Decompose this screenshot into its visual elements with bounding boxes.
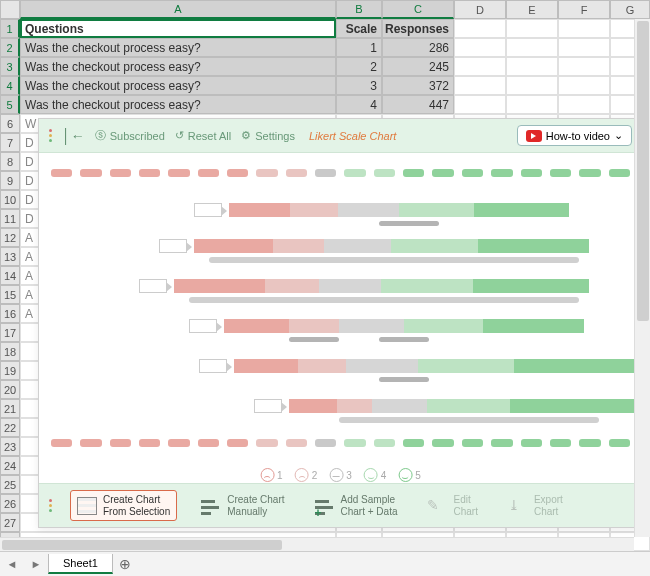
- row-header-8[interactable]: 8: [0, 152, 20, 171]
- row-header-23[interactable]: 23: [0, 437, 20, 456]
- howto-video-button[interactable]: How-to video ⌄: [517, 125, 632, 146]
- row-header-14[interactable]: 14: [0, 266, 20, 285]
- chart-subbar: [379, 337, 429, 342]
- chart-label-box: [194, 203, 222, 217]
- cell-F4[interactable]: [558, 76, 610, 95]
- drag-handle-icon[interactable]: [49, 129, 52, 142]
- cell-E1[interactable]: [506, 19, 558, 38]
- row-header-15[interactable]: 15: [0, 285, 20, 304]
- addin-title: Likert Scale Chart: [309, 130, 396, 142]
- cell-C3[interactable]: 245: [382, 57, 454, 76]
- col-header-B[interactable]: B: [336, 0, 382, 19]
- row-header-10[interactable]: 10: [0, 190, 20, 209]
- add-sheet-button[interactable]: ⊕: [113, 552, 137, 576]
- cell-E3[interactable]: [506, 57, 558, 76]
- cell-E5[interactable]: [506, 95, 558, 114]
- row-header-6[interactable]: 6: [0, 114, 20, 133]
- row-header-4[interactable]: 4: [0, 76, 20, 95]
- row-header-2[interactable]: 2: [0, 38, 20, 57]
- cell-B3[interactable]: 2: [336, 57, 382, 76]
- scrollbar-thumb[interactable]: [637, 21, 649, 321]
- row-header-1[interactable]: 1: [0, 19, 20, 38]
- row-header-27[interactable]: 27: [0, 513, 20, 532]
- cell-D4[interactable]: [454, 76, 506, 95]
- col-header-G[interactable]: G: [610, 0, 650, 19]
- chart-bar-row: [229, 203, 569, 217]
- sheet-tab[interactable]: Sheet1: [48, 554, 113, 574]
- reset-button[interactable]: ↺Reset All: [175, 129, 231, 142]
- row-header-20[interactable]: 20: [0, 380, 20, 399]
- cell-D3[interactable]: [454, 57, 506, 76]
- cell-B5[interactable]: 4: [336, 95, 382, 114]
- row-header-9[interactable]: 9: [0, 171, 20, 190]
- chart-subbar: [289, 337, 339, 342]
- row-header-24[interactable]: 24: [0, 456, 20, 475]
- likert-preview-chart: 1 2 3 4 5: [39, 153, 642, 488]
- cell-A5[interactable]: Was the checkout process easy?: [20, 95, 336, 114]
- cell-F3[interactable]: [558, 57, 610, 76]
- col-header-E[interactable]: E: [506, 0, 558, 19]
- btn-label: Create Chart: [103, 494, 170, 506]
- back-arrow-icon[interactable]: │←: [62, 128, 85, 144]
- row-header-25[interactable]: 25: [0, 475, 20, 494]
- row-header-18[interactable]: 18: [0, 342, 20, 361]
- col-header-A[interactable]: A: [20, 0, 336, 19]
- tab-nav-prev[interactable]: ◄: [0, 558, 24, 570]
- row-header-16[interactable]: 16: [0, 304, 20, 323]
- dollar-icon: ⓢ: [95, 128, 106, 143]
- drag-handle-icon[interactable]: [49, 499, 52, 512]
- create-chart-manually-button[interactable]: Create ChartManually: [195, 491, 290, 520]
- sheet-tab-bar: ◄ ► Sheet1 ⊕: [0, 551, 650, 576]
- chart-label-box: [199, 359, 227, 373]
- cell-C1[interactable]: Responses: [382, 19, 454, 38]
- cell-F2[interactable]: [558, 38, 610, 57]
- row-header-7[interactable]: 7: [0, 133, 20, 152]
- row-header-19[interactable]: 19: [0, 361, 20, 380]
- row-header-22[interactable]: 22: [0, 418, 20, 437]
- row-header-26[interactable]: 26: [0, 494, 20, 513]
- cell-D2[interactable]: [454, 38, 506, 57]
- cell-B2[interactable]: 1: [336, 38, 382, 57]
- legend-label-2: 2: [312, 470, 318, 481]
- row-header-17[interactable]: 17: [0, 323, 20, 342]
- cell-F1[interactable]: [558, 19, 610, 38]
- cell-B4[interactable]: 3: [336, 76, 382, 95]
- cell-C4[interactable]: 372: [382, 76, 454, 95]
- cell-A3[interactable]: Was the checkout process easy?: [20, 57, 336, 76]
- cell-D1[interactable]: [454, 19, 506, 38]
- cell-C5[interactable]: 447: [382, 95, 454, 114]
- cell-A2[interactable]: Was the checkout process easy?: [20, 38, 336, 57]
- btn-label: Create Chart: [227, 494, 284, 506]
- cell-A1[interactable]: Questions: [20, 19, 336, 38]
- select-all-corner[interactable]: [0, 0, 20, 19]
- scrollbar-thumb[interactable]: [2, 540, 282, 550]
- reset-icon: ↺: [175, 129, 184, 142]
- row-header-3[interactable]: 3: [0, 57, 20, 76]
- col-header-D[interactable]: D: [454, 0, 506, 19]
- cell-E4[interactable]: [506, 76, 558, 95]
- col-header-F[interactable]: F: [558, 0, 610, 19]
- row-header-21[interactable]: 21: [0, 399, 20, 418]
- cell-A4[interactable]: Was the checkout process easy?: [20, 76, 336, 95]
- cell-E2[interactable]: [506, 38, 558, 57]
- add-sample-chart-button[interactable]: Add SampleChart + Data: [309, 491, 404, 520]
- row-header-11[interactable]: 11: [0, 209, 20, 228]
- cell-C2[interactable]: 286: [382, 38, 454, 57]
- cell-D5[interactable]: [454, 95, 506, 114]
- subscribed-status[interactable]: ⓢSubscribed: [95, 128, 165, 143]
- tab-nav-next[interactable]: ►: [24, 558, 48, 570]
- cell-F5[interactable]: [558, 95, 610, 114]
- chart-dash-top: [51, 169, 630, 177]
- col-header-C[interactable]: C: [382, 0, 454, 19]
- cell-B1[interactable]: Scale: [336, 19, 382, 38]
- settings-button[interactable]: ⚙Settings: [241, 129, 295, 142]
- create-chart-from-selection-button[interactable]: Create ChartFrom Selection: [70, 490, 177, 521]
- legend-label-4: 4: [381, 470, 387, 481]
- row-header-5[interactable]: 5: [0, 95, 20, 114]
- legend-label-3: 3: [346, 470, 352, 481]
- row-header-12[interactable]: 12: [0, 228, 20, 247]
- btn-label: Chart: [453, 506, 477, 518]
- horizontal-scrollbar[interactable]: [0, 537, 634, 551]
- vertical-scrollbar[interactable]: [634, 19, 650, 537]
- row-header-13[interactable]: 13: [0, 247, 20, 266]
